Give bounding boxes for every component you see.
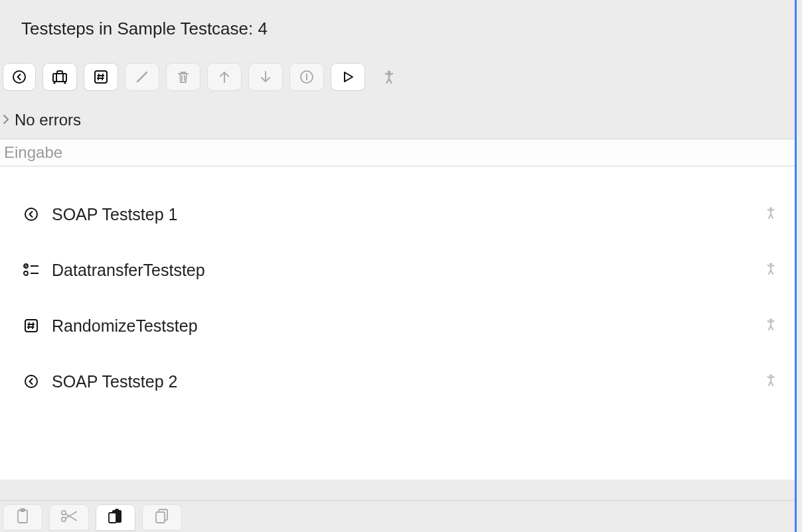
- status-text: No errors: [15, 111, 81, 129]
- suitcase-icon: [51, 69, 68, 85]
- datatransfer-button[interactable]: [42, 63, 77, 91]
- svg-point-0: [13, 71, 25, 83]
- chevron-right-icon: [1, 111, 11, 129]
- clipboard-filled-icon: [107, 507, 124, 528]
- list-item[interactable]: RandomizeTeststep: [0, 298, 795, 354]
- person-icon: [765, 373, 776, 389]
- list-item[interactable]: SOAP Teststep 2: [0, 354, 795, 409]
- list-item[interactable]: DatatransferTeststep: [0, 242, 795, 298]
- svg-point-4: [53, 82, 55, 84]
- svg-point-14: [24, 271, 28, 275]
- person-icon: [765, 262, 776, 278]
- status-row[interactable]: No errors: [0, 99, 795, 139]
- edit-button[interactable]: [125, 63, 159, 91]
- soap-request-button[interactable]: [3, 63, 36, 91]
- duplicate-button[interactable]: [142, 504, 182, 531]
- filter-row: [0, 139, 795, 166]
- run-button[interactable]: [331, 63, 365, 91]
- randomize-button[interactable]: [84, 63, 118, 91]
- trash-icon: [175, 69, 191, 85]
- teststeps-panel: Teststeps in Sample Testcase: 4: [0, 0, 797, 532]
- move-down-button[interactable]: [248, 63, 283, 91]
- delete-button[interactable]: [166, 63, 200, 91]
- play-icon: [341, 70, 355, 84]
- copy-icon: [153, 507, 171, 527]
- svg-point-19: [25, 375, 37, 387]
- svg-point-10: [25, 208, 37, 220]
- clipboard-icon: [15, 507, 31, 527]
- person-icon: [765, 318, 776, 334]
- svg-rect-27: [109, 513, 116, 523]
- clipboard-active-button[interactable]: [96, 504, 135, 531]
- arrow-down-icon: [258, 70, 273, 84]
- info-circle-icon: [299, 69, 315, 85]
- soap-circle-left-icon: [11, 69, 27, 85]
- svg-rect-29: [156, 512, 165, 523]
- list-item-label: DatatransferTeststep: [52, 261, 765, 280]
- svg-rect-26: [115, 509, 119, 511]
- svg-point-5: [64, 82, 66, 84]
- scissors-icon: [60, 509, 78, 526]
- svg-rect-17: [25, 320, 37, 332]
- arrow-up-icon: [217, 70, 232, 84]
- svg-rect-6: [95, 71, 107, 83]
- clipboard-copy-button[interactable]: [3, 504, 42, 531]
- list-item-label: SOAP Teststep 1: [52, 205, 765, 224]
- panel-title: Teststeps in Sample Testcase: 4: [0, 0, 795, 58]
- soap-icon: [21, 373, 41, 389]
- hash-icon: [21, 318, 41, 334]
- move-up-button[interactable]: [207, 63, 242, 91]
- pencil-icon: [134, 69, 150, 85]
- person-icon: [765, 206, 776, 222]
- bottom-toolbar: [0, 500, 795, 532]
- toolbar-person-icon: [372, 63, 406, 91]
- list-item-label: SOAP Teststep 2: [52, 372, 765, 391]
- transfer-icon: [21, 263, 41, 277]
- info-button[interactable]: [289, 63, 324, 91]
- soap-icon: [21, 206, 41, 222]
- hash-box-icon: [93, 69, 109, 85]
- filter-input[interactable]: [3, 143, 795, 163]
- teststep-list: SOAP Teststep 1 DatatransferTeststep: [0, 166, 795, 480]
- cut-button[interactable]: [49, 504, 89, 531]
- svg-rect-1: [53, 74, 66, 82]
- toolbar: [0, 58, 795, 99]
- list-item[interactable]: SOAP Teststep 1: [0, 186, 795, 242]
- list-item-label: RandomizeTeststep: [52, 316, 765, 336]
